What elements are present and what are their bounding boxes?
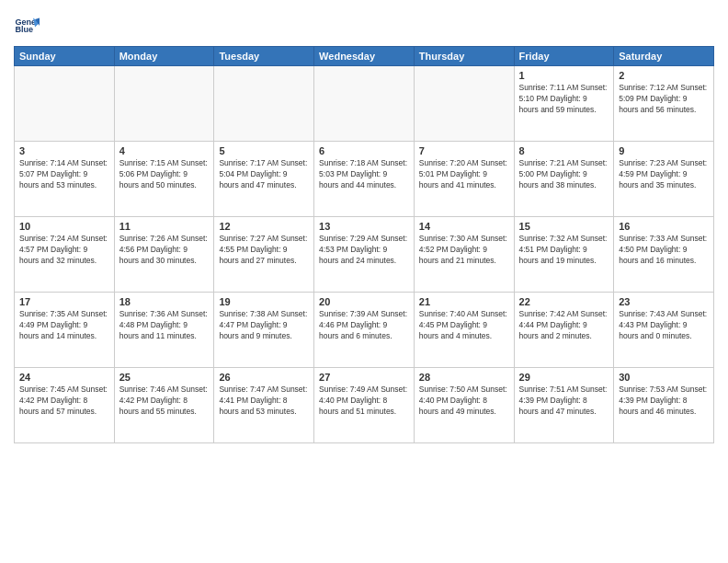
day-info: Sunrise: 7:11 AM Sunset: 5:10 PM Dayligh…	[519, 83, 609, 116]
day-number: 2	[619, 70, 709, 81]
calendar-day-cell: 16Sunrise: 7:33 AM Sunset: 4:50 PM Dayli…	[614, 217, 714, 293]
day-info: Sunrise: 7:35 AM Sunset: 4:49 PM Dayligh…	[19, 309, 109, 342]
day-number: 26	[219, 372, 309, 383]
calendar-day-cell: 5Sunrise: 7:17 AM Sunset: 5:04 PM Daylig…	[214, 142, 314, 217]
calendar-day-cell	[314, 66, 415, 142]
day-info: Sunrise: 7:53 AM Sunset: 4:39 PM Dayligh…	[619, 385, 709, 418]
day-number: 17	[19, 296, 109, 307]
day-info: Sunrise: 7:30 AM Sunset: 4:52 PM Dayligh…	[419, 234, 509, 267]
day-info: Sunrise: 7:29 AM Sunset: 4:53 PM Dayligh…	[319, 234, 409, 267]
calendar-day-cell: 10Sunrise: 7:24 AM Sunset: 4:57 PM Dayli…	[15, 217, 115, 293]
calendar-week-row: 24Sunrise: 7:45 AM Sunset: 4:42 PM Dayli…	[15, 368, 714, 443]
day-info: Sunrise: 7:47 AM Sunset: 4:41 PM Dayligh…	[219, 385, 309, 418]
day-number: 9	[619, 145, 709, 156]
day-of-week-header: Tuesday	[214, 47, 314, 66]
calendar-day-cell: 3Sunrise: 7:14 AM Sunset: 5:07 PM Daylig…	[15, 142, 115, 217]
header: General Blue	[14, 9, 714, 39]
day-number: 12	[219, 221, 309, 232]
day-number: 7	[419, 145, 509, 156]
day-number: 19	[219, 296, 309, 307]
day-info: Sunrise: 7:27 AM Sunset: 4:55 PM Dayligh…	[219, 234, 309, 267]
calendar-day-cell: 6Sunrise: 7:18 AM Sunset: 5:03 PM Daylig…	[314, 142, 415, 217]
day-number: 28	[419, 372, 509, 383]
day-number: 16	[619, 221, 709, 232]
day-info: Sunrise: 7:21 AM Sunset: 5:00 PM Dayligh…	[519, 158, 609, 191]
day-number: 10	[19, 221, 109, 232]
calendar-day-cell: 28Sunrise: 7:50 AM Sunset: 4:40 PM Dayli…	[414, 368, 514, 443]
page-container: General Blue SundayMondayTuesdayWednesda…	[0, 0, 728, 453]
calendar-week-row: 3Sunrise: 7:14 AM Sunset: 5:07 PM Daylig…	[15, 142, 714, 217]
day-number: 4	[119, 145, 210, 156]
day-number: 21	[419, 296, 509, 307]
calendar-week-row: 1Sunrise: 7:11 AM Sunset: 5:10 PM Daylig…	[15, 66, 714, 142]
calendar-day-cell: 22Sunrise: 7:42 AM Sunset: 4:44 PM Dayli…	[514, 293, 614, 368]
day-number: 3	[19, 145, 109, 156]
day-number: 8	[519, 145, 609, 156]
calendar-day-cell: 4Sunrise: 7:15 AM Sunset: 5:06 PM Daylig…	[114, 142, 214, 217]
calendar-day-cell: 1Sunrise: 7:11 AM Sunset: 5:10 PM Daylig…	[514, 66, 614, 142]
day-info: Sunrise: 7:38 AM Sunset: 4:47 PM Dayligh…	[219, 309, 309, 342]
day-of-week-header: Thursday	[414, 47, 514, 66]
calendar-day-cell: 13Sunrise: 7:29 AM Sunset: 4:53 PM Dayli…	[314, 217, 415, 293]
day-info: Sunrise: 7:33 AM Sunset: 4:50 PM Dayligh…	[619, 234, 709, 267]
day-number: 27	[319, 372, 409, 383]
day-of-week-header: Monday	[114, 47, 214, 66]
day-info: Sunrise: 7:32 AM Sunset: 4:51 PM Dayligh…	[519, 234, 609, 267]
calendar-day-cell: 11Sunrise: 7:26 AM Sunset: 4:56 PM Dayli…	[114, 217, 214, 293]
logo: General Blue	[14, 13, 43, 39]
day-info: Sunrise: 7:26 AM Sunset: 4:56 PM Dayligh…	[119, 234, 210, 267]
day-of-week-header: Saturday	[614, 47, 714, 66]
day-number: 20	[319, 296, 409, 307]
day-number: 6	[319, 145, 409, 156]
calendar-day-cell: 7Sunrise: 7:20 AM Sunset: 5:01 PM Daylig…	[414, 142, 514, 217]
day-info: Sunrise: 7:42 AM Sunset: 4:44 PM Dayligh…	[519, 309, 609, 342]
calendar-day-cell: 19Sunrise: 7:38 AM Sunset: 4:47 PM Dayli…	[214, 293, 314, 368]
day-of-week-header: Wednesday	[314, 47, 415, 66]
day-number: 13	[319, 221, 409, 232]
calendar-day-cell	[15, 66, 115, 142]
day-number: 22	[519, 296, 609, 307]
day-info: Sunrise: 7:12 AM Sunset: 5:09 PM Dayligh…	[619, 83, 709, 116]
calendar-day-cell: 26Sunrise: 7:47 AM Sunset: 4:41 PM Dayli…	[214, 368, 314, 443]
calendar-day-cell: 30Sunrise: 7:53 AM Sunset: 4:39 PM Dayli…	[614, 368, 714, 443]
day-info: Sunrise: 7:40 AM Sunset: 4:45 PM Dayligh…	[419, 309, 509, 342]
day-number: 14	[419, 221, 509, 232]
day-info: Sunrise: 7:24 AM Sunset: 4:57 PM Dayligh…	[19, 234, 109, 267]
calendar-day-cell: 27Sunrise: 7:49 AM Sunset: 4:40 PM Dayli…	[314, 368, 415, 443]
day-info: Sunrise: 7:15 AM Sunset: 5:06 PM Dayligh…	[119, 158, 210, 191]
calendar-header-row: SundayMondayTuesdayWednesdayThursdayFrid…	[15, 47, 714, 66]
logo-icon: General Blue	[14, 13, 40, 39]
calendar-day-cell	[214, 66, 314, 142]
day-number: 25	[119, 372, 210, 383]
calendar-day-cell	[114, 66, 214, 142]
day-info: Sunrise: 7:20 AM Sunset: 5:01 PM Dayligh…	[419, 158, 509, 191]
calendar-day-cell: 20Sunrise: 7:39 AM Sunset: 4:46 PM Dayli…	[314, 293, 415, 368]
calendar-day-cell: 29Sunrise: 7:51 AM Sunset: 4:39 PM Dayli…	[514, 368, 614, 443]
day-number: 11	[119, 221, 210, 232]
day-info: Sunrise: 7:46 AM Sunset: 4:42 PM Dayligh…	[119, 385, 210, 418]
day-info: Sunrise: 7:45 AM Sunset: 4:42 PM Dayligh…	[19, 385, 109, 418]
day-info: Sunrise: 7:23 AM Sunset: 4:59 PM Dayligh…	[619, 158, 709, 191]
day-number: 23	[619, 296, 709, 307]
day-number: 5	[219, 145, 309, 156]
calendar-day-cell: 12Sunrise: 7:27 AM Sunset: 4:55 PM Dayli…	[214, 217, 314, 293]
day-info: Sunrise: 7:14 AM Sunset: 5:07 PM Dayligh…	[19, 158, 109, 191]
day-number: 1	[519, 70, 609, 81]
day-number: 15	[519, 221, 609, 232]
calendar-day-cell: 9Sunrise: 7:23 AM Sunset: 4:59 PM Daylig…	[614, 142, 714, 217]
calendar-day-cell: 17Sunrise: 7:35 AM Sunset: 4:49 PM Dayli…	[15, 293, 115, 368]
day-number: 30	[619, 372, 709, 383]
day-info: Sunrise: 7:36 AM Sunset: 4:48 PM Dayligh…	[119, 309, 210, 342]
calendar-week-row: 10Sunrise: 7:24 AM Sunset: 4:57 PM Dayli…	[15, 217, 714, 293]
day-info: Sunrise: 7:18 AM Sunset: 5:03 PM Dayligh…	[319, 158, 409, 191]
calendar-day-cell: 15Sunrise: 7:32 AM Sunset: 4:51 PM Dayli…	[514, 217, 614, 293]
calendar-day-cell: 21Sunrise: 7:40 AM Sunset: 4:45 PM Dayli…	[414, 293, 514, 368]
day-number: 29	[519, 372, 609, 383]
day-of-week-header: Sunday	[15, 47, 115, 66]
day-info: Sunrise: 7:50 AM Sunset: 4:40 PM Dayligh…	[419, 385, 509, 418]
calendar-week-row: 17Sunrise: 7:35 AM Sunset: 4:49 PM Dayli…	[15, 293, 714, 368]
day-info: Sunrise: 7:17 AM Sunset: 5:04 PM Dayligh…	[219, 158, 309, 191]
calendar-day-cell: 18Sunrise: 7:36 AM Sunset: 4:48 PM Dayli…	[114, 293, 214, 368]
calendar-day-cell	[414, 66, 514, 142]
day-of-week-header: Friday	[514, 47, 614, 66]
